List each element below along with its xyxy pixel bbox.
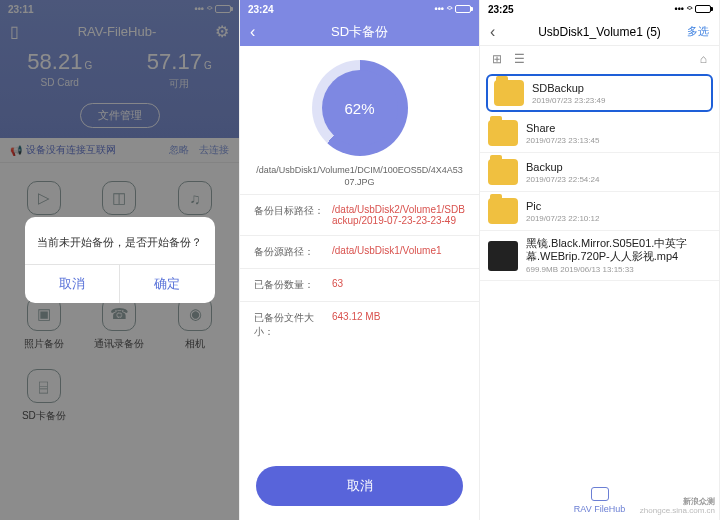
- confirm-dialog: 当前未开始备份，是否开始备份？ 取消 确定: [25, 217, 215, 303]
- list-item[interactable]: Backup2019/07/23 22:54:24: [480, 153, 719, 192]
- page-title: UsbDisk1_Volume1 (5): [538, 25, 661, 39]
- row-source-path: 备份源路径：/data/UsbDisk1/Volume1: [240, 235, 479, 268]
- folder-icon: [488, 159, 518, 185]
- list-item[interactable]: SDBackup2019/07/23 23:23:49: [486, 74, 713, 112]
- list-item[interactable]: 黑镜.Black.Mirror.S05E01.中英字幕.WEBrip.720P-…: [480, 231, 719, 281]
- status-bar: 23:25: [480, 0, 719, 18]
- cell-signal-icon: [675, 4, 684, 14]
- list-view-icon[interactable]: ☰: [514, 52, 525, 66]
- home-icon[interactable]: ⌂: [700, 52, 707, 66]
- folder-icon: [494, 80, 524, 106]
- screen-backup-progress: 23:24 ‹ SD卡备份 62% /data/UsbDisk1/Volume1…: [240, 0, 480, 520]
- modal-overlay: 当前未开始备份，是否开始备份？ 取消 确定: [0, 0, 239, 520]
- progress-percent: 62%: [322, 70, 398, 146]
- battery-icon: [695, 5, 711, 13]
- page-title: SD卡备份: [331, 23, 388, 41]
- screen-filehub-home: 23:11 ▯ RAV-FileHub- ⚙ 58.21G SD Card 57…: [0, 0, 240, 520]
- new-folder-icon[interactable]: ⊞: [492, 52, 502, 66]
- file-list: SDBackup2019/07/23 23:23:49 Share2019/07…: [480, 74, 719, 281]
- status-time: 23:24: [248, 4, 274, 15]
- folder-icon: [488, 120, 518, 146]
- device-tab-icon: [591, 487, 609, 501]
- wifi-icon: [687, 4, 692, 14]
- status-bar: 23:24: [240, 0, 479, 18]
- list-item[interactable]: Pic2019/07/23 22:10:12: [480, 192, 719, 231]
- back-button[interactable]: ‹: [490, 23, 495, 41]
- cancel-button[interactable]: 取消: [256, 466, 463, 506]
- list-item[interactable]: Share2019/07/23 23:13:45: [480, 114, 719, 153]
- wifi-icon: [447, 4, 452, 14]
- multiselect-button[interactable]: 多选: [687, 24, 709, 39]
- status-time: 23:25: [488, 4, 514, 15]
- row-count: 已备份数量：63: [240, 268, 479, 301]
- back-button[interactable]: ‹: [250, 23, 255, 41]
- dialog-message: 当前未开始备份，是否开始备份？: [25, 217, 215, 264]
- row-size: 已备份文件大小：643.12 MB: [240, 301, 479, 348]
- current-file-path: /data/UsbDisk1/Volume1/DCIM/100EOS5D/4X4…: [240, 164, 479, 194]
- battery-icon: [455, 5, 471, 13]
- watermark: 新浪众测 zhongce.sina.com.cn: [640, 498, 715, 516]
- toolbar: ⊞ ☰ ⌂: [480, 46, 719, 72]
- cell-signal-icon: [435, 4, 444, 14]
- video-file-icon: [488, 241, 518, 271]
- progress-ring: 62%: [312, 60, 408, 156]
- dialog-ok-button[interactable]: 确定: [120, 265, 215, 303]
- screen-file-browser: 23:25 ‹ UsbDisk1_Volume1 (5) 多选 ⊞ ☰ ⌂ SD…: [480, 0, 720, 520]
- folder-icon: [488, 198, 518, 224]
- row-target-path: 备份目标路径：/data/UsbDisk2/Volume1/SDBackup/2…: [240, 194, 479, 235]
- dialog-cancel-button[interactable]: 取消: [25, 265, 121, 303]
